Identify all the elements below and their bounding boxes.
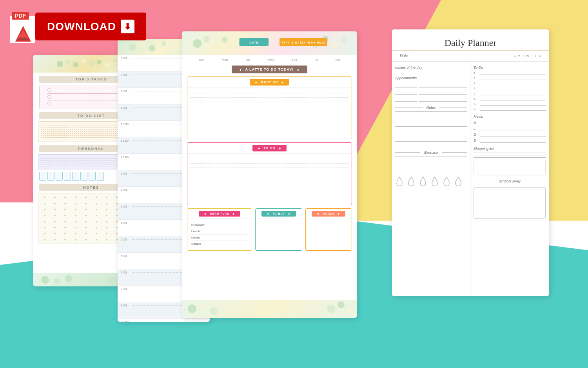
note-dot bbox=[64, 227, 66, 228]
svg-point-23 bbox=[203, 36, 210, 42]
water-glass-6 bbox=[80, 172, 87, 181]
time-label-1pm: 1:00 bbox=[121, 170, 132, 175]
meal-letter-b: B bbox=[474, 121, 478, 125]
time-label-4pm: 4:00 bbox=[121, 220, 132, 225]
snack-item: Snack: bbox=[191, 241, 248, 247]
time-label-10am: 10:00 bbox=[121, 121, 132, 126]
lunch-item: Lunch: bbox=[191, 228, 248, 235]
note-dot bbox=[44, 227, 45, 228]
daily-right-column: To-Do 1. 2. 3. 4. 5. 6. bbox=[470, 62, 549, 295]
note-dot bbox=[54, 209, 56, 210]
goals-banner: GOALS bbox=[312, 211, 345, 217]
latte-banner: A LATTE TO DO TODAY! bbox=[232, 66, 307, 73]
note-dot bbox=[106, 215, 107, 216]
pdf-label: PDF bbox=[12, 12, 29, 20]
water-glass-4 bbox=[64, 172, 71, 181]
svg-point-34 bbox=[188, 304, 196, 313]
note-dot bbox=[75, 215, 76, 216]
drop-2 bbox=[407, 176, 417, 188]
svg-point-25 bbox=[222, 37, 228, 43]
svg-point-3 bbox=[82, 59, 85, 63]
latte-banner-row: A LATTE TO DO TODAY! bbox=[187, 66, 352, 73]
day-sat: Sat bbox=[336, 58, 340, 62]
note-dot bbox=[54, 227, 56, 228]
water-glass-7 bbox=[89, 172, 96, 181]
time-label-8pm: 8:00 bbox=[121, 286, 132, 291]
svg-text:DATE: DATE bbox=[249, 41, 258, 44]
note-dot bbox=[75, 233, 76, 234]
todo-item-3: 3. bbox=[474, 82, 546, 85]
day-s2: S bbox=[539, 54, 541, 58]
days-row: Sun Mon Tue Wed Thu Fri Sat bbox=[182, 55, 357, 64]
note-dot bbox=[96, 227, 97, 228]
note-dot bbox=[85, 197, 87, 198]
breakfast-item: Breakfast: bbox=[191, 222, 248, 228]
svg-point-5 bbox=[97, 60, 102, 64]
goals-label: GOALS bbox=[323, 212, 334, 215]
note-dot bbox=[64, 209, 66, 210]
day-t2: T bbox=[531, 54, 533, 58]
svg-point-28 bbox=[331, 42, 338, 49]
time-label-9pm: 9:00 bbox=[121, 302, 132, 307]
svg-point-18 bbox=[162, 41, 166, 46]
note-dot bbox=[96, 215, 97, 216]
note-dot bbox=[54, 233, 56, 234]
date-input-line bbox=[413, 56, 510, 56]
day-t1: T bbox=[522, 54, 524, 58]
note-dot bbox=[106, 209, 107, 210]
meal-b: B bbox=[474, 120, 546, 125]
note-dot bbox=[44, 197, 45, 198]
to-buy-section: TO BUY bbox=[255, 208, 302, 251]
meal-d: D bbox=[474, 132, 546, 137]
note-dot bbox=[96, 221, 97, 222]
note-dot bbox=[44, 215, 45, 216]
menu-plan-header: MENU PLAN bbox=[187, 209, 252, 219]
shopping-box bbox=[474, 160, 546, 175]
note-dot bbox=[106, 227, 107, 228]
download-button[interactable]: DOWNLOAD ⬇ bbox=[35, 13, 146, 40]
svg-point-12 bbox=[108, 276, 116, 284]
day-s1: S bbox=[514, 54, 515, 58]
note-dot bbox=[44, 203, 45, 204]
main-floral-footer bbox=[182, 300, 357, 318]
note-dot bbox=[85, 215, 87, 216]
note-dot bbox=[85, 203, 87, 204]
note-dot bbox=[75, 203, 76, 204]
menu-plan-section: MENU PLAN Breakfast: Lunch: Dinner: Snac… bbox=[187, 208, 252, 251]
adobe-logo: Adobe bbox=[17, 37, 27, 41]
note-dot bbox=[96, 209, 97, 210]
water-glass-8 bbox=[97, 172, 104, 181]
appointments-label: Appointments bbox=[395, 76, 467, 80]
note-dot bbox=[96, 239, 97, 240]
svg-point-39 bbox=[347, 307, 355, 315]
time-label-3pm: 3:00 bbox=[121, 203, 132, 208]
time-label-7am: 7:00 bbox=[121, 71, 132, 77]
note-dot bbox=[54, 197, 56, 198]
main-floral-svg: DATE THAT IS WATER IN MY MUG! bbox=[188, 32, 351, 55]
note-dot bbox=[54, 203, 56, 204]
days-check-row: S M T W T F S bbox=[514, 54, 541, 58]
drop-1 bbox=[395, 176, 405, 188]
to-buy-label: TO BUY bbox=[272, 212, 285, 215]
note-dot bbox=[64, 215, 66, 216]
scribble-label: Scribble away bbox=[499, 179, 521, 183]
svg-point-6 bbox=[104, 62, 110, 67]
planner-daily-card: — Daily Planner — Date: S M T W T F S ro… bbox=[392, 29, 549, 296]
meal-letter-s: S bbox=[474, 138, 478, 142]
time-label-2pm: 2:00 bbox=[121, 187, 132, 192]
note-dot bbox=[96, 197, 97, 198]
note-dot bbox=[64, 233, 66, 234]
appointments-section: Appointments bbox=[395, 76, 467, 102]
day-f: F bbox=[535, 54, 537, 58]
day-wed: Wed bbox=[268, 58, 274, 62]
meal-l: L bbox=[474, 126, 546, 131]
todo-item-6: 6. bbox=[474, 97, 546, 100]
must-do-section: MUST DO bbox=[187, 77, 352, 139]
day-thu: Thu bbox=[292, 58, 297, 62]
svg-point-11 bbox=[65, 275, 72, 282]
drop-4 bbox=[430, 176, 440, 188]
note-dot bbox=[85, 209, 87, 210]
note-dot bbox=[44, 221, 45, 222]
priorities-label: rorities of the day bbox=[395, 66, 467, 69]
main-floral-header: DATE THAT IS WATER IN MY MUG! bbox=[182, 31, 357, 55]
